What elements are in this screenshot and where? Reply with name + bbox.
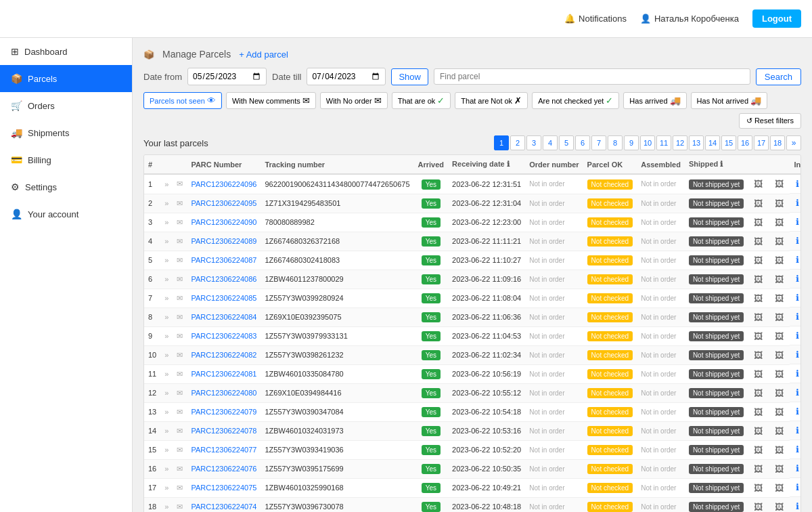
info-button[interactable]: ℹ: [794, 197, 801, 209]
filter-ok[interactable]: That are ok ✓: [392, 92, 451, 109]
cell-img2-icon[interactable]: 🖼: [769, 326, 790, 345]
page-18-button[interactable]: 18: [770, 135, 785, 150]
image2-button[interactable]: 🖼: [773, 293, 786, 304]
cell-img-icon[interactable]: 🖼: [748, 440, 769, 459]
image-button[interactable]: 🖼: [752, 274, 765, 285]
search-button[interactable]: Search: [756, 68, 801, 85]
image-button[interactable]: 🖼: [752, 198, 765, 209]
cell-img-icon[interactable]: 🖼: [748, 251, 769, 270]
cell-img-icon[interactable]: 🖼: [748, 232, 769, 251]
image2-button[interactable]: 🖼: [773, 217, 786, 228]
image-button[interactable]: 🖼: [752, 387, 765, 399]
page-10-button[interactable]: 10: [640, 135, 655, 150]
sidebar-item-billing[interactable]: 💳 Billing: [0, 146, 132, 173]
info-button[interactable]: ℹ: [794, 349, 801, 360]
cell-img2-icon[interactable]: 🖼: [769, 307, 790, 326]
image-button[interactable]: 🖼: [752, 349, 765, 361]
cell-img-icon[interactable]: 🖼: [748, 402, 769, 421]
image-button[interactable]: 🖼: [752, 255, 765, 266]
page-next-button[interactable]: »: [786, 135, 801, 150]
date-till-input[interactable]: [307, 68, 386, 85]
cell-img2-icon[interactable]: 🖼: [769, 213, 790, 232]
image2-button[interactable]: 🖼: [773, 255, 786, 266]
page-12-button[interactable]: 12: [673, 135, 687, 150]
filter-not-checked[interactable]: Are not checked yet ✓: [532, 92, 619, 109]
info-button[interactable]: ℹ: [794, 406, 801, 417]
image2-button[interactable]: 🖼: [773, 236, 786, 247]
info-button[interactable]: ℹ: [794, 292, 801, 303]
filter-parcels-not-seen[interactable]: Parcels not seen 👁: [143, 92, 222, 109]
image-button[interactable]: 🖼: [752, 236, 765, 247]
cell-img-icon[interactable]: 🖼: [748, 345, 769, 364]
cell-img2-icon[interactable]: 🖼: [769, 497, 790, 512]
cell-img-icon[interactable]: 🖼: [748, 421, 769, 440]
info-button[interactable]: ℹ: [794, 444, 801, 455]
page-4-button[interactable]: 4: [543, 135, 558, 150]
notifications-button[interactable]: 🔔 Notifications: [564, 14, 627, 24]
cell-img-icon[interactable]: 🖼: [748, 194, 769, 213]
cell-img-icon[interactable]: 🖼: [748, 497, 769, 512]
cell-img2-icon[interactable]: 🖼: [769, 364, 790, 383]
image-button[interactable]: 🖼: [752, 501, 765, 513]
image2-button[interactable]: 🖼: [773, 312, 786, 323]
show-button[interactable]: Show: [391, 68, 428, 85]
date-from-input[interactable]: [187, 68, 267, 85]
sidebar-item-parcels[interactable]: 📦 Parcels: [0, 65, 132, 92]
user-menu[interactable]: 👤 Наталья Коробченка: [640, 14, 739, 24]
cell-img-icon[interactable]: 🖼: [748, 270, 769, 289]
filter-no-order[interactable]: With No order ✉: [320, 92, 388, 109]
info-button[interactable]: ℹ: [794, 463, 801, 474]
image-button[interactable]: 🖼: [752, 312, 765, 323]
image-button[interactable]: 🖼: [752, 293, 765, 304]
page-3-button[interactable]: 3: [526, 135, 541, 150]
image2-button[interactable]: 🖼: [773, 198, 786, 209]
image2-button[interactable]: 🖼: [773, 368, 786, 380]
filter-has-arrived[interactable]: Has arrived 🚚: [623, 92, 686, 109]
image2-button[interactable]: 🖼: [773, 349, 786, 361]
info-button[interactable]: ℹ: [794, 254, 801, 265]
page-9-button[interactable]: 9: [624, 135, 639, 150]
page-7-button[interactable]: 7: [591, 135, 606, 150]
cell-img2-icon[interactable]: 🖼: [769, 478, 790, 497]
cell-img2-icon[interactable]: 🖼: [769, 402, 790, 421]
page-15-button[interactable]: 15: [721, 135, 736, 150]
info-button[interactable]: ℹ: [794, 178, 801, 190]
cell-img-icon[interactable]: 🖼: [748, 213, 769, 232]
page-8-button[interactable]: 8: [608, 135, 623, 150]
image-button[interactable]: 🖼: [752, 330, 765, 342]
cell-img2-icon[interactable]: 🖼: [769, 421, 790, 440]
page-17-button[interactable]: 17: [754, 135, 769, 150]
cell-img2-icon[interactable]: 🖼: [769, 251, 790, 270]
cell-img2-icon[interactable]: 🖼: [769, 383, 790, 402]
info-button[interactable]: ℹ: [794, 368, 801, 379]
info-button[interactable]: ℹ: [794, 311, 801, 322]
info-button[interactable]: ℹ: [794, 387, 801, 398]
page-11-button[interactable]: 11: [656, 135, 671, 150]
cell-img2-icon[interactable]: 🖼: [769, 232, 790, 251]
cell-img2-icon[interactable]: 🖼: [769, 289, 790, 307]
logout-button[interactable]: Logout: [752, 9, 801, 28]
image-button[interactable]: 🖼: [752, 425, 765, 437]
image2-button[interactable]: 🖼: [773, 330, 786, 342]
cell-img-icon[interactable]: 🖼: [748, 289, 769, 307]
cell-img-icon[interactable]: 🖼: [748, 307, 769, 326]
image2-button[interactable]: 🖼: [773, 482, 786, 494]
page-1-button[interactable]: 1: [494, 135, 509, 150]
info-button[interactable]: ℹ: [794, 216, 801, 228]
info-button[interactable]: ℹ: [794, 482, 801, 493]
cell-img2-icon[interactable]: 🖼: [769, 459, 790, 478]
filter-not-ok[interactable]: That are Not ok ✗: [455, 92, 528, 109]
image-button[interactable]: 🖼: [752, 482, 765, 494]
page-16-button[interactable]: 16: [738, 135, 752, 150]
image2-button[interactable]: 🖼: [773, 425, 786, 437]
cell-img2-icon[interactable]: 🖼: [769, 345, 790, 364]
info-button[interactable]: ℹ: [794, 425, 801, 436]
cell-img-icon[interactable]: 🖼: [748, 174, 769, 194]
cell-img-icon[interactable]: 🖼: [748, 478, 769, 497]
page-13-button[interactable]: 13: [689, 135, 704, 150]
sidebar-item-shipments[interactable]: 🚚 Shipments: [0, 119, 132, 146]
image-button[interactable]: 🖼: [752, 368, 765, 380]
image2-button[interactable]: 🖼: [773, 387, 786, 399]
image2-button[interactable]: 🖼: [773, 463, 786, 475]
info-button[interactable]: ℹ: [794, 330, 801, 341]
